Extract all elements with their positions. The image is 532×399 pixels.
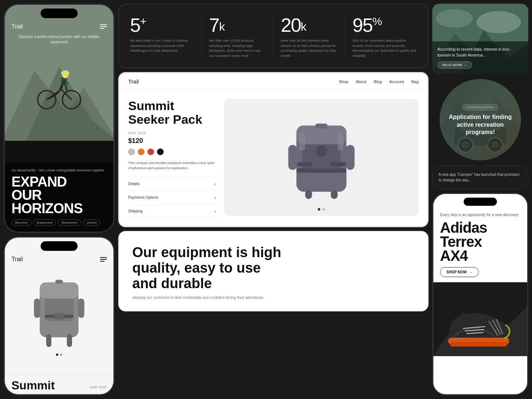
accordion-payments[interactable]: Payments Options + (128, 191, 217, 205)
expand-horizons-text: EXPANDOURHORIZONS (11, 175, 107, 215)
product-backpack-svg (281, 113, 362, 202)
left-column: Trail Discover a world without borders w… (4, 4, 115, 395)
product-title: SummitSeeker Pack (128, 99, 217, 127)
bottom-overlay: Go ahead boldly – let's create unforgett… (5, 163, 113, 232)
adidas-shoe-area: TERREX (433, 282, 527, 356)
svg-point-37 (316, 146, 327, 157)
adidas-phone-notch (464, 198, 497, 206)
product-price: $120 (128, 137, 217, 145)
svg-rect-35 (338, 132, 343, 151)
nav-bag[interactable]: Bag (411, 79, 419, 84)
tablet-logo: Trail (128, 78, 139, 85)
svg-rect-22 (54, 313, 64, 320)
stats-grid: 5+ We take pride in our 5 years of indus… (130, 16, 417, 58)
product-info: SummitSeeker Pack ONE SIZE $120 This com… (128, 99, 217, 216)
quality-description: allowing our customers to feel comfortab… (132, 295, 415, 300)
svg-rect-30 (296, 168, 346, 173)
eco-card-text: According to recent data, interest in ec… (437, 47, 523, 58)
swatch-orange[interactable] (138, 149, 144, 155)
adidas-tagline: Every step is an opportunity for a new d… (440, 212, 521, 218)
one-size-bottom: ONE SIZE (90, 385, 107, 389)
center-column: 5+ We take pride in our 5 years of indus… (118, 4, 429, 395)
svg-point-12 (61, 70, 69, 76)
adidas-product-title: AdidasTerrexAX4 (440, 221, 521, 263)
stat-products-number: 7k (209, 16, 266, 35)
tablet-product-frame: Trail Shop About Blog Account Bag Summit… (118, 72, 429, 227)
accordion-shipping-icon: + (214, 208, 217, 214)
svg-rect-32 (305, 190, 312, 199)
trail-logo-top: Trail (11, 23, 23, 30)
stat-years-number: 5+ (130, 16, 194, 35)
stat-products-desc: We offer over 10,000 products including … (209, 38, 266, 58)
stats-panel: 5+ We take pride in our 5 years of indus… (118, 4, 429, 68)
tablet-content: SummitSeeker Pack ONE SIZE $120 This com… (119, 90, 427, 225)
tag-shoes[interactable]: (Shoes) (83, 219, 100, 226)
svg-rect-38 (288, 145, 297, 170)
backpack-image (25, 273, 93, 350)
svg-point-44 (436, 9, 473, 28)
carousel-dots-bottom (56, 354, 62, 356)
eco-card-overlay: According to recent data, interest in ec… (432, 41, 528, 74)
nav-about[interactable]: About (356, 79, 366, 84)
tag-equipment[interactable]: (Equipment) (33, 219, 56, 226)
hamburger-menu[interactable] (100, 24, 107, 29)
tablet-nav: Trail Shop About Blog Account Bag (119, 73, 427, 90)
svg-rect-34 (300, 132, 305, 151)
svg-rect-36 (315, 124, 328, 129)
phone-notch-bottom (41, 241, 78, 251)
svg-rect-18 (40, 282, 79, 299)
shop-now-button[interactable]: SHOP NOW → (440, 267, 479, 277)
nav-shop[interactable]: Shop (339, 79, 348, 84)
tech-title: Application for finding active recreatio… (447, 113, 514, 136)
svg-rect-19 (46, 334, 51, 347)
adidas-section: Every step is an opportunity for a new d… (432, 193, 528, 395)
svg-rect-25 (55, 280, 63, 284)
hamburger-menu-bottom[interactable] (100, 257, 107, 262)
go-boldly-text: Go ahead boldly – let's create unforgett… (11, 168, 107, 173)
eco-card: According to recent data, interest in ec… (432, 4, 528, 74)
stat-years-desc: We take pride in our 5 years of industry… (130, 38, 194, 54)
stat-travelers-desc: More than 20,000 travelers have chosen u… (281, 38, 337, 58)
product-accordion: Details + Payments Options + Shipping + (128, 177, 217, 218)
svg-rect-56 (450, 342, 507, 347)
svg-rect-33 (331, 190, 338, 199)
arrow-right-icon: → (469, 270, 473, 274)
adidas-phone-frame: Every step is an opportunity for a new d… (432, 193, 528, 395)
stat-reviews-number: 95% (352, 16, 417, 35)
phone-notch-top (41, 8, 78, 18)
tech-badge: TECHNOLOGIES (463, 104, 498, 110)
svg-rect-31 (312, 160, 331, 169)
tech-card-container: TECHNOLOGIES Application for finding act… (432, 78, 528, 162)
svg-text:TERREX: TERREX (452, 337, 468, 340)
category-tags: (Bicycles) (Equipment) (Backpacks) (Shoe… (11, 219, 107, 226)
accordion-details[interactable]: Details + (128, 177, 217, 191)
carousel-dot-1[interactable] (318, 208, 320, 211)
summit-text: Summit (11, 379, 55, 392)
tag-backpacks[interactable]: (Backpacks) (58, 219, 81, 226)
phone-bottom: Trail (4, 236, 115, 395)
product-carousel-dots (318, 208, 325, 211)
hero-text-overlay: Discover a world without borders with ou… (5, 34, 113, 45)
product-image-area (224, 99, 419, 216)
tablet-nav-links: Shop About Blog Account Bag (339, 79, 419, 84)
swatch-black[interactable] (157, 149, 164, 155)
quality-panel: Our equipment is high quality, easy to u… (118, 231, 429, 311)
trail-logo-bottom: Trail (11, 256, 23, 263)
product-size: ONE SIZE (128, 131, 217, 135)
product-desc: This compact and durable backpack embodi… (128, 160, 217, 171)
swatch-silver[interactable] (128, 149, 135, 155)
swatch-red[interactable] (147, 149, 154, 155)
accordion-details-icon: + (214, 181, 217, 187)
stat-reviews-desc: 95% of our customers leave positive revi… (352, 38, 417, 58)
right-column: According to recent data, interest in ec… (432, 4, 528, 395)
shop-now-label: SHOP NOW (446, 270, 467, 274)
read-more-button[interactable]: READ MORE → (437, 61, 472, 69)
nav-account[interactable]: Account (389, 79, 404, 84)
carousel-dot-2[interactable] (323, 208, 325, 211)
accordion-shipping[interactable]: Shipping + (128, 205, 217, 218)
tag-bicycles[interactable]: (Bicycles) (11, 219, 31, 226)
nav-blog[interactable]: Blog (374, 79, 382, 84)
stat-products: 7k We offer over 10,000 products includi… (202, 16, 273, 58)
dot-2 (60, 354, 62, 356)
arrow-icon: → (464, 63, 467, 67)
